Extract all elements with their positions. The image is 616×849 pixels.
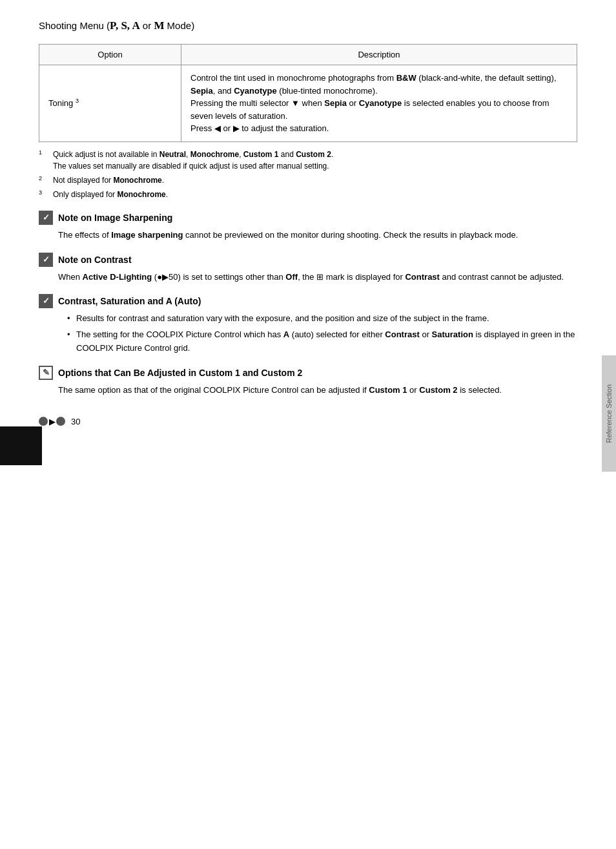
pencil-icon-custom: ✎ bbox=[39, 366, 53, 380]
col-header-description: Description bbox=[181, 45, 577, 65]
note-header-sharpening: ✓ Note on Image Sharpening bbox=[39, 211, 577, 225]
page-number-icon: ▶ bbox=[39, 417, 66, 426]
note-title-contrast: Note on Contrast bbox=[58, 255, 132, 265]
bullet-list-contrast-sat: Results for contrast and saturation vary… bbox=[67, 312, 577, 355]
footnote-text-2: Not displayed for Monochrome. bbox=[53, 174, 164, 186]
note-title-sharpening: Note on Image Sharpening bbox=[58, 213, 172, 223]
note-title-contrast-sat: Contrast, Saturation and A (Auto) bbox=[58, 296, 201, 306]
note-title-custom: Options that Can Be Adjusted in Custom 1… bbox=[58, 368, 302, 378]
page-container: Shooting Menu (P, S, A or M Mode) Option… bbox=[0, 0, 616, 465]
bullet-item-1: Results for contrast and saturation vary… bbox=[67, 312, 577, 326]
footnote-num-3: 3 bbox=[39, 189, 53, 200]
title-mode-last: M bbox=[154, 19, 164, 32]
title-text: Shooting Menu ( bbox=[39, 20, 110, 31]
title-middle: or bbox=[140, 20, 154, 31]
col-header-option: Option bbox=[39, 45, 181, 65]
toning-sup: 3 bbox=[76, 98, 79, 104]
check-icon-sharpening: ✓ bbox=[39, 211, 53, 225]
circle-left bbox=[39, 417, 48, 426]
main-table: Option Description Toning 3 Control the … bbox=[39, 44, 577, 142]
bullet-item-2: The setting for the COOLPIX Picture Cont… bbox=[67, 328, 577, 355]
note-contrast-saturation: ✓ Contrast, Saturation and A (Auto) Resu… bbox=[39, 294, 577, 355]
note-header-custom: ✎ Options that Can Be Adjusted in Custom… bbox=[39, 366, 577, 380]
sidebar-bar: Reference Section bbox=[602, 355, 616, 472]
note-body-sharpening: The effects of Image sharpening cannot b… bbox=[58, 229, 577, 242]
check-icon-contrast-sat: ✓ bbox=[39, 294, 53, 308]
title-modes: P, S, A bbox=[110, 19, 140, 32]
note-body-custom: The same option as that of the original … bbox=[58, 384, 577, 397]
page-footer: ▶ 30 bbox=[39, 417, 577, 426]
description-cell-toning: Control the tint used in monochrome phot… bbox=[181, 65, 577, 142]
sidebar-label: Reference Section bbox=[605, 384, 613, 443]
note-header-contrast-sat: ✓ Contrast, Saturation and A (Auto) bbox=[39, 294, 577, 308]
note-header-contrast: ✓ Note on Contrast bbox=[39, 253, 577, 267]
page-title: Shooting Menu (P, S, A or M Mode) bbox=[39, 19, 577, 32]
footnote-3: 3 Only displayed for Monochrome. bbox=[39, 189, 577, 200]
footnote-1: 1 Quick adjust is not available in Neutr… bbox=[39, 149, 577, 172]
arrow-divider: ▶ bbox=[49, 417, 56, 426]
note-options-custom: ✎ Options that Can Be Adjusted in Custom… bbox=[39, 366, 577, 397]
page-number: 30 bbox=[71, 417, 80, 426]
table-row: Toning 3 Control the tint used in monoch… bbox=[39, 65, 577, 142]
note-contrast: ✓ Note on Contrast When Active D-Lightin… bbox=[39, 253, 577, 284]
check-icon-contrast: ✓ bbox=[39, 253, 53, 267]
option-cell-toning: Toning 3 bbox=[39, 65, 181, 142]
circle-right bbox=[56, 417, 65, 426]
note-image-sharpening: ✓ Note on Image Sharpening The effects o… bbox=[39, 211, 577, 242]
note-body-contrast: When Active D-Lighting (●▶50) is set to … bbox=[58, 271, 577, 284]
footnote-num-2: 2 bbox=[39, 174, 53, 186]
footnote-text-1: Quick adjust is not available in Neutral… bbox=[53, 149, 333, 172]
footnote-num-1: 1 bbox=[39, 149, 53, 160]
footnote-2: 2 Not displayed for Monochrome. bbox=[39, 174, 577, 186]
footnotes-section: 1 Quick adjust is not available in Neutr… bbox=[39, 149, 577, 200]
black-block bbox=[0, 426, 42, 465]
title-end: Mode) bbox=[164, 20, 194, 31]
footnote-text-3: Only displayed for Monochrome. bbox=[53, 189, 168, 200]
